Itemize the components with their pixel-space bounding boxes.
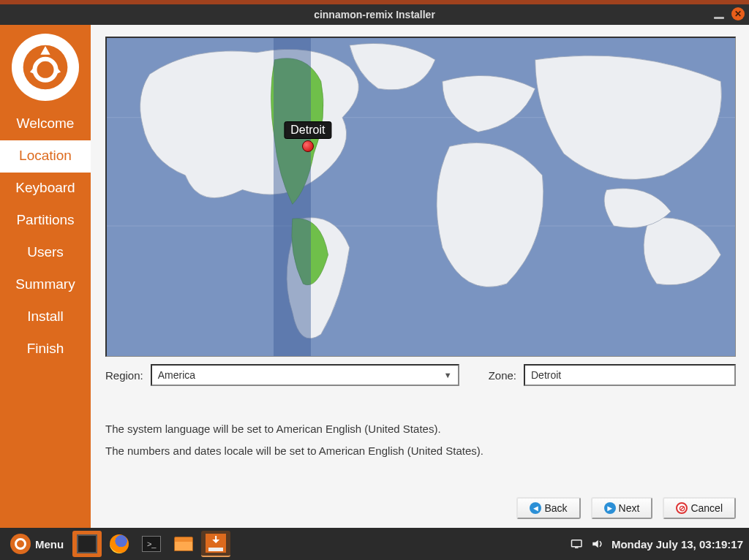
sidebar-item-keyboard[interactable]: Keyboard [0,173,91,205]
installer-icon [206,534,226,553]
zone-label: Zone: [489,369,516,382]
installer-content: Detroit Region: America ▼ Zone: Detroit … [91,25,749,528]
language-info-text: The system language will be set to Ameri… [105,418,736,440]
folder-icon [174,537,193,551]
chevron-down-icon: ▼ [444,371,452,379]
region-value: America [158,369,195,381]
sidebar-item-label: Users [27,244,64,260]
taskbar-terminal[interactable]: >_ [137,531,166,557]
terminal-icon: >_ [142,536,161,552]
sidebar-item-label: Welcome [17,116,75,131]
cancel-button-label: Cancel [690,502,723,514]
sidebar-item-welcome[interactable]: Welcome [0,108,91,140]
zone-value: Detroit [531,369,561,381]
taskbar-firefox[interactable] [105,531,134,557]
menu-button[interactable]: Menu [4,531,69,557]
sidebar-item-partitions[interactable]: Partitions [0,205,91,237]
pin-icon [302,140,314,152]
prohibit-icon: ⊘ [676,502,688,514]
sidebar-item-finish[interactable]: Finish [0,333,91,366]
cancel-button[interactable]: ⊘ Cancel [663,497,736,519]
svg-rect-8 [571,540,581,547]
sidebar-item-users[interactable]: Users [0,237,91,269]
firefox-icon [110,534,129,553]
sidebar-item-label: Summary [15,276,75,292]
back-button-label: Back [544,502,567,514]
taskbar: Menu >_ Monday July 13, 03:19:17 [0,528,749,560]
sidebar-item-install[interactable]: Install [0,301,91,333]
svg-marker-10 [592,540,598,548]
clock[interactable]: Monday July 13, 03:19:17 [611,538,743,550]
installer-window: Welcome Location Keyboard Partitions Use… [0,25,749,528]
sidebar-item-label: Partitions [16,212,74,227]
region-label: Region: [105,369,143,382]
window-title: cinnamon-remix Installer [314,9,435,20]
sidebar-item-label: Location [19,148,72,163]
next-button[interactable]: ► Next [591,497,653,519]
arrow-right-icon: ► [604,502,616,514]
back-button[interactable]: ◄ Back [516,497,580,519]
locale-info-text: The numbers and dates locale will be set… [105,440,736,462]
region-combobox[interactable]: America ▼ [151,364,459,386]
window-titlebar: cinnamon-remix Installer ✕ [0,4,749,25]
taskbar-installer[interactable] [201,531,230,557]
sidebar-item-summary[interactable]: Summary [0,269,91,301]
next-button-label: Next [619,502,640,514]
svg-rect-9 [575,548,579,549]
network-icon[interactable] [571,538,584,550]
monitor-icon [77,534,97,553]
zone-combobox[interactable]: Detroit [524,364,736,386]
sidebar-item-label: Keyboard [15,180,75,195]
taskbar-files[interactable] [169,531,198,557]
sidebar-item-label: Install [27,309,64,324]
timezone-pin-label: Detroit [284,121,331,139]
timezone-band [274,38,312,356]
arrow-left-icon: ◄ [530,502,541,514]
distro-logo-icon [12,34,79,101]
installer-sidebar: Welcome Location Keyboard Partitions Use… [0,25,91,528]
sound-icon[interactable] [591,538,604,550]
window-close-button[interactable]: ✕ [731,7,745,20]
timezone-pin: Detroit [302,140,314,152]
sidebar-item-location[interactable]: Location [0,140,91,173]
menu-logo-icon [10,534,31,554]
sidebar-item-label: Finish [27,341,64,356]
timezone-map[interactable]: Detroit [105,37,736,357]
taskbar-show-desktop[interactable] [72,531,102,557]
menu-label: Menu [35,538,64,550]
window-minimize-button[interactable] [714,17,724,19]
